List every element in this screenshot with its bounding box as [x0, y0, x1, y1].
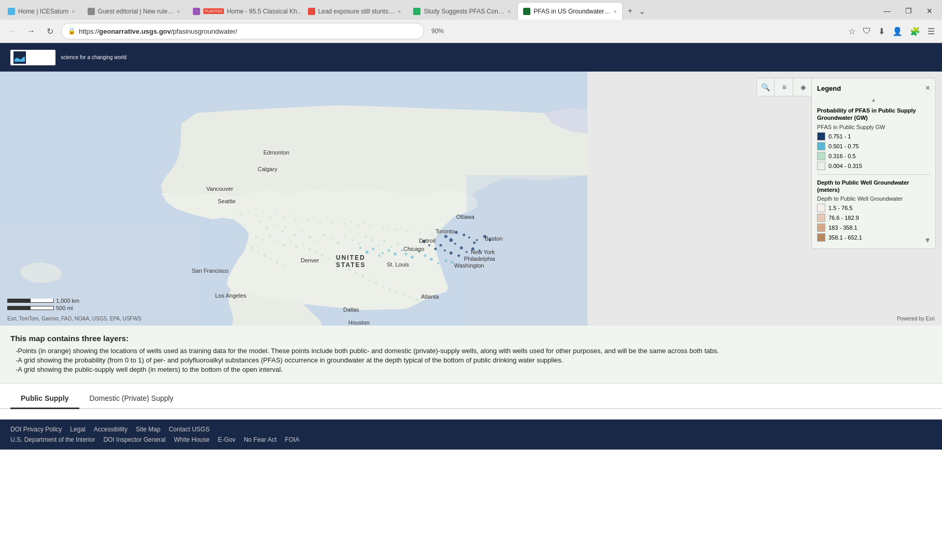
scale-mi-bar — [7, 306, 54, 310]
usgs-tagline: science for a changing world — [61, 54, 126, 61]
tab-label-icesaturn: Home | ICESaturn — [18, 8, 68, 15]
map-description: This map contains three layers: -Points … — [0, 326, 942, 384]
legend-depth-swatch-4 — [817, 233, 825, 242]
tab-close-lead[interactable]: × — [398, 8, 401, 15]
footer-link-foia[interactable]: FOIA — [285, 436, 300, 443]
zoom-level[interactable]: 90% — [431, 27, 444, 35]
tab-guest-editorial[interactable]: Guest editorial | New rule… × — [82, 2, 186, 20]
tab-close-icesaturn[interactable]: × — [72, 8, 75, 15]
address-box[interactable]: 🔒 https://geonarrative.usgs.gov/pfasinus… — [61, 23, 424, 39]
restore-button[interactable]: ❐ — [898, 1, 919, 21]
tab-domestic-supply[interactable]: Domestic (Private) Supply — [79, 389, 184, 409]
tab-icesaturn[interactable]: Home | ICESaturn × — [2, 2, 81, 20]
new-tab-button[interactable]: + — [626, 5, 635, 17]
menu-icon[interactable]: ☰ — [925, 24, 937, 38]
minimize-button[interactable]: — — [876, 1, 898, 21]
map-toolbar: 🔍 ≡ ◈ — [756, 78, 812, 96]
tab-pfas-groundwater[interactable]: PFAS in US Groundwater… × — [517, 2, 623, 20]
refresh-button[interactable]: ↻ — [43, 24, 57, 38]
scale-km-bar — [7, 299, 54, 303]
tab-close-pfas[interactable]: × — [613, 8, 616, 15]
url-path: /pfasinusgroundwater/ — [171, 27, 237, 35]
tab-favicon-guest — [88, 8, 95, 15]
tab-controls: + ⌄ — [626, 5, 648, 17]
tab-classical[interactable]: PLAYING Home - 95.5 Classical Kh… × — [187, 2, 301, 20]
tab-study-pfas[interactable]: Study Suggests PFAS Con… × — [407, 2, 516, 20]
tab-public-supply[interactable]: Public Supply — [10, 389, 79, 409]
footer-link-nofear[interactable]: No Fear Act — [244, 436, 276, 443]
tab-playing-badge: PLAYING — [203, 8, 224, 14]
security-icon: 🔒 — [68, 27, 76, 35]
map-description-bullet3: -A grid showing the public-supply well d… — [10, 366, 932, 373]
profile-icon[interactable]: 👤 — [890, 24, 905, 38]
tab-close-study[interactable]: × — [508, 8, 511, 15]
map-layers-button[interactable]: ◈ — [794, 78, 812, 96]
usgs-logo-box: USGS — [10, 50, 55, 65]
legend-depth-swatch-3 — [817, 223, 825, 232]
legend-scroll-down[interactable]: ▼ — [924, 236, 931, 244]
map-search-button[interactable]: 🔍 — [757, 78, 775, 96]
footer-link-doi-privacy[interactable]: DOI Privacy Policy — [10, 426, 62, 433]
shield-icon[interactable]: 🛡 — [861, 24, 873, 38]
legend-label-1: 0.751 - 1 — [828, 133, 851, 139]
usgs-logo[interactable]: USGS science for a changing world — [10, 50, 126, 65]
back-button[interactable]: ← — [5, 24, 20, 38]
legend-item-1: 0.751 - 1 — [817, 132, 930, 141]
legend-section1-subtitle: PFAS in Public Supply GW — [817, 124, 930, 130]
footer-link-doi[interactable]: U.S. Department of the Interior — [10, 436, 95, 443]
tab-label-lead: Lead exposure still stunts… — [318, 8, 395, 15]
tab-lead-exposure[interactable]: Lead exposure still stunts… × — [302, 2, 407, 20]
tab-bar: Home | ICESaturn × Guest editorial | New… — [0, 0, 942, 20]
scale-mi-label: 500 mi — [56, 305, 73, 311]
tab-list-button[interactable]: ⌄ — [637, 5, 648, 17]
legend-swatch-1 — [817, 132, 825, 141]
tab-favicon-classical — [193, 8, 200, 15]
footer-row1: DOI Privacy Policy Legal Accessibility S… — [10, 426, 932, 433]
footer-link-accessibility[interactable]: Accessibility — [94, 426, 128, 433]
scale-km-label: 1,000 km — [56, 298, 79, 304]
footer-link-sitemap[interactable]: Site Map — [136, 426, 160, 433]
legend-section2-subtitle: Depth to Public Well Groundwater — [817, 195, 930, 202]
map-description-bullet1: -Points (in orange) showing the location… — [10, 347, 932, 355]
tabs-bar: Public Supply Domestic (Private) Supply — [0, 389, 942, 409]
close-window-button[interactable]: ✕ — [919, 1, 940, 21]
map-attribution: Esri, TomTom, Garmin, FAO, NOAA, USGS, E… — [7, 316, 142, 321]
tab-label-classical: Home - 95.5 Classical Kh… — [227, 8, 301, 15]
legend-depth-label-2: 76.6 - 182.9 — [828, 215, 859, 221]
address-text: https://geonarrative.usgs.gov/pfasinusgr… — [79, 27, 417, 35]
legend-depth-label-1: 1.5 - 76.5 — [828, 205, 852, 211]
legend-label-4: 0.004 - 0.315 — [828, 163, 862, 169]
tab-label-study: Study Suggests PFAS Con… — [424, 8, 504, 15]
map-container[interactable]: Edmonton Calgary Vancouver Seattle Ottaw… — [0, 72, 942, 326]
footer-link-whitehouse[interactable]: White House — [174, 436, 209, 443]
tab-favicon-study — [413, 8, 420, 15]
footer-link-contact[interactable]: Contact USGS — [168, 426, 209, 433]
url-domain: geonarrative.usgs.gov — [99, 27, 171, 35]
legend-label-3: 0.316 - 0.5 — [828, 153, 856, 159]
footer-link-legal[interactable]: Legal — [70, 426, 85, 433]
legend-header: Legend × — [817, 83, 930, 93]
legend-section2-title: Depth to Public Well Groundwater (meters… — [817, 179, 930, 194]
forward-button[interactable]: → — [24, 24, 38, 38]
legend-label-2: 0.501 - 0.75 — [828, 143, 859, 149]
map-list-button[interactable]: ≡ — [776, 78, 793, 96]
tab-favicon-pfas — [523, 8, 530, 15]
usgs-wave-icon — [13, 51, 26, 64]
footer: DOI Privacy Policy Legal Accessibility S… — [0, 419, 942, 450]
bookmark-star-icon[interactable]: ☆ — [846, 24, 857, 38]
legend-swatch-2 — [817, 142, 825, 150]
browser-toolbar-icons: ☆ 🛡 ⬇ 👤 🧩 ☰ — [846, 24, 937, 38]
download-icon[interactable]: ⬇ — [876, 24, 887, 38]
legend-scroll-up[interactable]: ▲ — [817, 97, 930, 103]
legend-depth-label-4: 358.1 - 652.1 — [828, 234, 862, 241]
footer-link-egov[interactable]: E-Gov — [218, 436, 235, 443]
footer-link-inspector[interactable]: DOI Inspector General — [103, 436, 165, 443]
map-description-bullet2: -A grid showing the probability (from 0 … — [10, 356, 932, 364]
address-bar: ← → ↻ 🔒 https://geonarrative.usgs.gov/pf… — [0, 20, 942, 43]
tab-close-guest[interactable]: × — [177, 8, 180, 15]
tab-label-guest: Guest editorial | New rule… — [98, 8, 174, 15]
legend-depth-item-3: 183 - 358.1 — [817, 223, 930, 232]
legend-close-button[interactable]: × — [925, 83, 930, 93]
extensions-icon[interactable]: 🧩 — [908, 24, 922, 38]
legend-depth-swatch-1 — [817, 204, 825, 212]
